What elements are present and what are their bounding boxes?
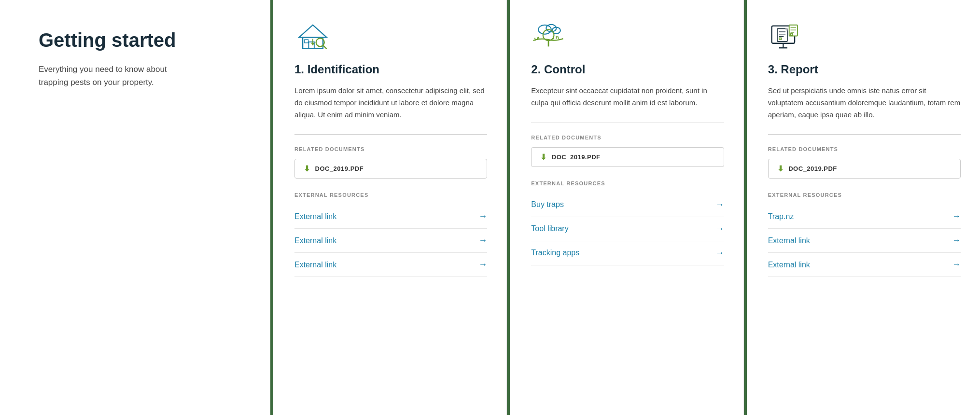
svg-marker-0 (299, 25, 327, 38)
col-3-title: 3. Report (768, 63, 961, 76)
intro-description: Everything you need to know about trappi… (39, 63, 193, 89)
col-1-link-3[interactable]: External link → (294, 253, 487, 277)
col-3-ext-resources: EXTERNAL RESOURCES Trap.nz → External li… (768, 192, 961, 277)
col-3-docs-label: RELATED DOCUMENTS (768, 146, 961, 152)
identification-icon (294, 19, 333, 53)
col-1-link-1[interactable]: External link → (294, 205, 487, 229)
arrow-icon-3-3: → (952, 260, 961, 270)
col-1-docs-label: RELATED DOCUMENTS (294, 146, 487, 152)
arrow-icon-3-2: → (952, 235, 961, 246)
download-icon-1: ⬇ (304, 164, 310, 173)
col-2-body: Excepteur sint occaecat cupidatat non pr… (531, 85, 724, 109)
col-3-body: Sed ut perspiciatis unde omnis iste natu… (768, 85, 961, 121)
col-1-link-1-label: External link (294, 212, 336, 221)
page-title: Getting started (39, 29, 241, 51)
arrow-icon-1-3: → (478, 260, 487, 270)
col-1-body: Lorem ipsum dolor sit amet, consectetur … (294, 85, 487, 121)
col-3-separator (768, 134, 961, 135)
col-2-title: 2. Control (531, 63, 724, 76)
col-1-ext-resources: EXTERNAL RESOURCES External link → Exter… (294, 192, 487, 277)
col-2-link-3-label: Tracking apps (531, 249, 579, 257)
intro-panel: Getting started Everything you need to k… (0, 0, 270, 415)
svg-line-4 (323, 45, 327, 49)
column-report: 3. Report Sed ut perspiciatis unde omnis… (747, 0, 980, 415)
col-2-ext-resources: EXTERNAL RESOURCES Buy traps → Tool libr… (531, 180, 724, 265)
page-container: Getting started Everything you need to k… (0, 0, 980, 415)
col-2-doc-label: DOC_2019.PDF (552, 153, 601, 161)
svg-rect-7 (305, 40, 308, 43)
col-1-doc-button[interactable]: ⬇ DOC_2019.PDF (294, 159, 487, 179)
col-2-link-1[interactable]: Buy traps → (531, 193, 724, 217)
col-1-title: 1. Identification (294, 63, 487, 76)
col-1-separator (294, 134, 487, 135)
col-3-ext-label: EXTERNAL RESOURCES (768, 192, 961, 198)
col-1-link-3-label: External link (294, 261, 336, 269)
col-3-link-2[interactable]: External link → (768, 229, 961, 253)
col-1-link-2-label: External link (294, 236, 336, 245)
col-1-doc-label: DOC_2019.PDF (315, 165, 364, 172)
control-icon (531, 19, 570, 53)
arrow-icon-1-2: → (478, 235, 487, 246)
download-icon-2: ⬇ (540, 152, 547, 162)
col-2-separator (531, 123, 724, 123)
column-control: 2. Control Excepteur sint occaecat cupid… (510, 0, 743, 415)
col-3-link-2-label: External link (768, 236, 810, 245)
col-1-link-2[interactable]: External link → (294, 229, 487, 253)
col-2-link-2-label: Tool library (531, 224, 568, 233)
col-1-ext-label: EXTERNAL RESOURCES (294, 192, 487, 198)
col-2-link-1-label: Buy traps (531, 200, 564, 209)
col-3-link-3-label: External link (768, 261, 810, 269)
arrow-icon-2-1: → (715, 200, 724, 210)
arrow-icon-2-2: → (715, 224, 724, 234)
column-identification: 1. Identification Lorem ipsum dolor sit … (273, 0, 507, 415)
col-3-link-1[interactable]: Trap.nz → (768, 205, 961, 229)
arrow-icon-2-3: → (715, 248, 724, 258)
download-icon-3: ⬇ (777, 164, 784, 173)
col-2-docs-label: RELATED DOCUMENTS (531, 135, 724, 140)
col-2-ext-label: EXTERNAL RESOURCES (531, 180, 724, 186)
col-3-doc-label: DOC_2019.PDF (788, 165, 837, 172)
col-2-doc-button[interactable]: ⬇ DOC_2019.PDF (531, 147, 724, 167)
col-3-link-3[interactable]: External link → (768, 253, 961, 277)
svg-line-18 (558, 36, 559, 39)
col-3-link-1-label: Trap.nz (768, 212, 794, 221)
col-2-link-3[interactable]: Tracking apps → (531, 241, 724, 265)
col-2-link-2[interactable]: Tool library → (531, 217, 724, 241)
col-3-doc-button[interactable]: ⬇ DOC_2019.PDF (768, 159, 961, 179)
report-icon (768, 19, 807, 53)
arrow-icon-1-1: → (478, 211, 487, 221)
arrow-icon-3-1: → (952, 211, 961, 221)
